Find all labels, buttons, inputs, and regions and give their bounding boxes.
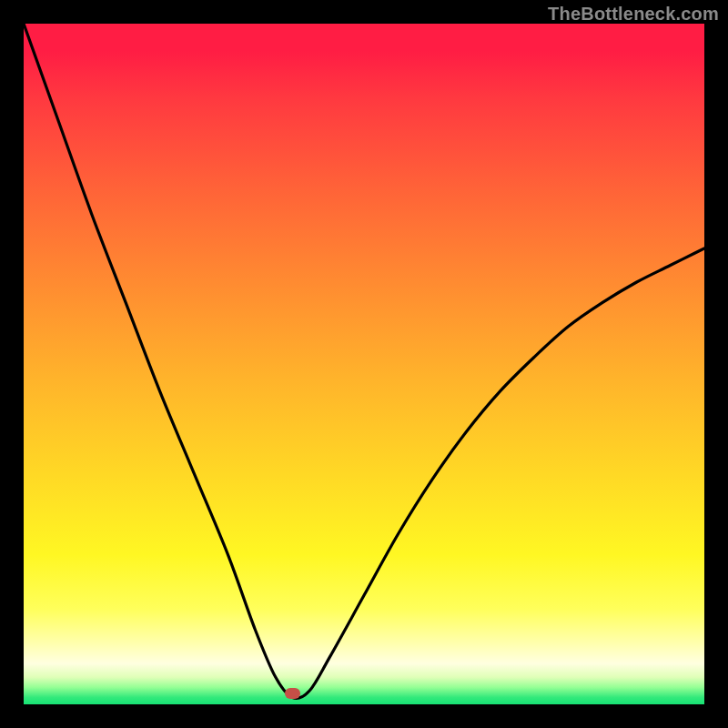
chart-frame: TheBottleneck.com	[0, 0, 728, 728]
bottleneck-curve	[24, 24, 704, 704]
watermark-text: TheBottleneck.com	[548, 4, 719, 25]
optimal-point-marker	[285, 688, 300, 699]
plot-area	[24, 24, 704, 704]
